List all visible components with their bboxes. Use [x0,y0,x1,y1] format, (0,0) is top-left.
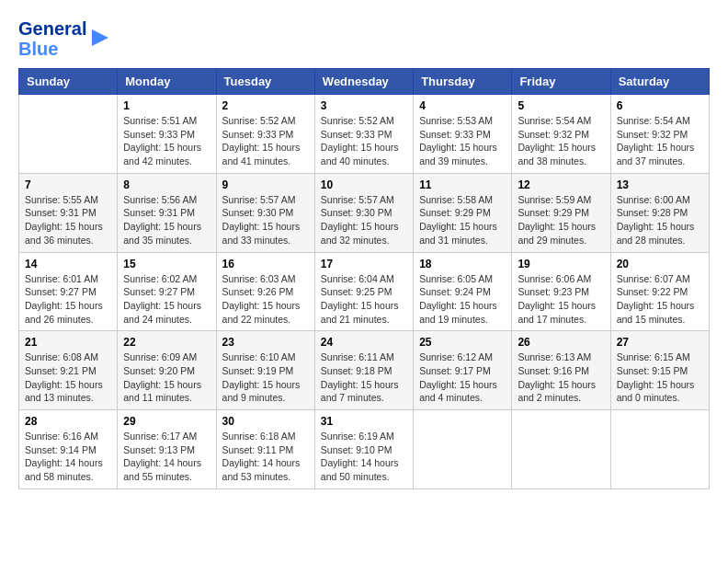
day-info: Sunrise: 5:56 AM Sunset: 9:31 PM Dayligh… [123,193,210,247]
day-number: 8 [123,178,210,191]
day-info: Sunrise: 5:57 AM Sunset: 9:30 PM Dayligh… [222,193,309,247]
day-info: Sunrise: 5:52 AM Sunset: 9:33 PM Dayligh… [321,114,407,168]
day-number: 16 [222,258,309,270]
day-number: 6 [617,99,703,112]
day-number: 11 [419,178,506,191]
calendar-cell: 2Sunrise: 5:52 AM Sunset: 9:33 PM Daylig… [216,95,314,174]
calendar-cell: 14Sunrise: 6:01 AM Sunset: 9:27 PM Dayli… [19,252,118,331]
day-info: Sunrise: 6:15 AM Sunset: 9:15 PM Dayligh… [617,350,703,405]
day-number: 25 [419,336,506,349]
calendar-cell: 27Sunrise: 6:15 AM Sunset: 9:15 PM Dayli… [610,331,709,410]
day-number: 7 [25,178,111,191]
day-number: 22 [123,336,210,349]
calendar-week-5: 28Sunrise: 6:16 AM Sunset: 9:14 PM Dayli… [19,410,710,489]
day-info: Sunrise: 6:01 AM Sunset: 9:27 PM Dayligh… [25,272,111,327]
day-number: 14 [25,258,111,270]
weekday-header-sunday: Sunday [19,69,118,95]
calendar-cell: 25Sunrise: 6:12 AM Sunset: 9:17 PM Dayli… [414,331,512,410]
day-number: 29 [123,415,210,428]
day-info: Sunrise: 5:51 AM Sunset: 9:33 PM Dayligh… [123,114,210,168]
day-info: Sunrise: 6:08 AM Sunset: 9:21 PM Dayligh… [25,350,111,405]
day-number: 5 [518,99,604,112]
calendar-cell: 4Sunrise: 5:53 AM Sunset: 9:33 PM Daylig… [414,95,512,174]
calendar-table: SundayMondayTuesdayWednesdayThursdayFrid… [18,68,710,489]
day-info: Sunrise: 5:54 AM Sunset: 9:32 PM Dayligh… [617,114,703,168]
day-info: Sunrise: 6:04 AM Sunset: 9:25 PM Dayligh… [321,272,407,327]
calendar-cell: 18Sunrise: 6:05 AM Sunset: 9:24 PM Dayli… [414,252,512,331]
day-number: 1 [123,99,210,112]
day-info: Sunrise: 6:07 AM Sunset: 9:22 PM Dayligh… [617,272,703,327]
calendar-cell [414,410,512,489]
day-info: Sunrise: 6:06 AM Sunset: 9:23 PM Dayligh… [518,272,604,327]
day-info: Sunrise: 6:10 AM Sunset: 9:19 PM Dayligh… [222,350,309,405]
calendar-cell: 5Sunrise: 5:54 AM Sunset: 9:32 PM Daylig… [512,95,610,174]
calendar-cell: 10Sunrise: 5:57 AM Sunset: 9:30 PM Dayli… [314,173,413,252]
day-info: Sunrise: 6:00 AM Sunset: 9:28 PM Dayligh… [617,193,703,247]
day-number: 23 [222,336,309,349]
day-number: 15 [123,258,210,270]
day-info: Sunrise: 6:17 AM Sunset: 9:13 PM Dayligh… [123,430,210,484]
calendar-cell: 8Sunrise: 5:56 AM Sunset: 9:31 PM Daylig… [118,173,216,252]
day-number: 13 [617,178,703,191]
logo: General Blue [18,18,110,59]
day-number: 24 [321,336,407,349]
calendar-cell: 19Sunrise: 6:06 AM Sunset: 9:23 PM Dayli… [512,252,610,331]
calendar-cell: 24Sunrise: 6:11 AM Sunset: 9:18 PM Dayli… [314,331,413,410]
day-info: Sunrise: 5:58 AM Sunset: 9:29 PM Dayligh… [419,193,506,247]
calendar-cell: 31Sunrise: 6:19 AM Sunset: 9:10 PM Dayli… [314,410,413,489]
day-number: 10 [321,178,407,191]
page-header: General Blue [18,18,710,59]
day-info: Sunrise: 6:03 AM Sunset: 9:26 PM Dayligh… [222,272,309,327]
calendar-cell: 12Sunrise: 5:59 AM Sunset: 9:29 PM Dayli… [512,173,610,252]
day-number: 26 [518,336,604,349]
weekday-header-row: SundayMondayTuesdayWednesdayThursdayFrid… [19,69,710,95]
calendar-cell: 3Sunrise: 5:52 AM Sunset: 9:33 PM Daylig… [314,95,413,174]
calendar-cell: 17Sunrise: 6:04 AM Sunset: 9:25 PM Dayli… [314,252,413,331]
day-number: 9 [222,178,309,191]
calendar-cell: 9Sunrise: 5:57 AM Sunset: 9:30 PM Daylig… [216,173,314,252]
svg-marker-0 [92,29,108,46]
weekday-header-thursday: Thursday [414,69,512,95]
calendar-cell: 7Sunrise: 5:55 AM Sunset: 9:31 PM Daylig… [19,173,118,252]
day-number: 20 [617,258,703,270]
day-info: Sunrise: 6:05 AM Sunset: 9:24 PM Dayligh… [419,272,506,327]
calendar-week-4: 21Sunrise: 6:08 AM Sunset: 9:21 PM Dayli… [19,331,710,410]
day-info: Sunrise: 5:57 AM Sunset: 9:30 PM Dayligh… [321,193,407,247]
day-number: 3 [321,99,407,112]
calendar-cell: 23Sunrise: 6:10 AM Sunset: 9:19 PM Dayli… [216,331,314,410]
calendar-cell: 29Sunrise: 6:17 AM Sunset: 9:13 PM Dayli… [118,410,216,489]
weekday-header-friday: Friday [512,69,610,95]
calendar-cell: 13Sunrise: 6:00 AM Sunset: 9:28 PM Dayli… [610,173,709,252]
day-info: Sunrise: 6:16 AM Sunset: 9:14 PM Dayligh… [25,430,111,484]
logo-arrow-icon [90,28,110,48]
day-info: Sunrise: 5:55 AM Sunset: 9:31 PM Dayligh… [25,193,111,247]
day-number: 28 [25,415,111,428]
day-number: 19 [518,258,604,270]
day-number: 4 [419,99,506,112]
day-info: Sunrise: 6:13 AM Sunset: 9:16 PM Dayligh… [518,350,604,405]
day-number: 17 [321,258,407,270]
day-number: 12 [518,178,604,191]
calendar-cell: 30Sunrise: 6:18 AM Sunset: 9:11 PM Dayli… [216,410,314,489]
weekday-header-tuesday: Tuesday [216,69,314,95]
calendar-cell [19,95,118,174]
calendar-week-2: 7Sunrise: 5:55 AM Sunset: 9:31 PM Daylig… [19,173,710,252]
logo-blue: Blue [18,39,86,59]
day-info: Sunrise: 6:02 AM Sunset: 9:27 PM Dayligh… [123,272,210,327]
day-number: 18 [419,258,506,270]
day-number: 30 [222,415,309,428]
day-info: Sunrise: 5:59 AM Sunset: 9:29 PM Dayligh… [518,193,604,247]
calendar-cell [610,410,709,489]
day-info: Sunrise: 6:09 AM Sunset: 9:20 PM Dayligh… [123,350,210,405]
calendar-week-3: 14Sunrise: 6:01 AM Sunset: 9:27 PM Dayli… [19,252,710,331]
day-info: Sunrise: 5:54 AM Sunset: 9:32 PM Dayligh… [518,114,604,168]
calendar-cell [512,410,610,489]
day-number: 27 [617,336,703,349]
calendar-cell: 16Sunrise: 6:03 AM Sunset: 9:26 PM Dayli… [216,252,314,331]
day-info: Sunrise: 6:11 AM Sunset: 9:18 PM Dayligh… [321,350,407,405]
day-info: Sunrise: 6:12 AM Sunset: 9:17 PM Dayligh… [419,350,506,405]
calendar-cell: 1Sunrise: 5:51 AM Sunset: 9:33 PM Daylig… [118,95,216,174]
weekday-header-monday: Monday [118,69,216,95]
day-number: 21 [25,336,111,349]
calendar-week-1: 1Sunrise: 5:51 AM Sunset: 9:33 PM Daylig… [19,95,710,174]
